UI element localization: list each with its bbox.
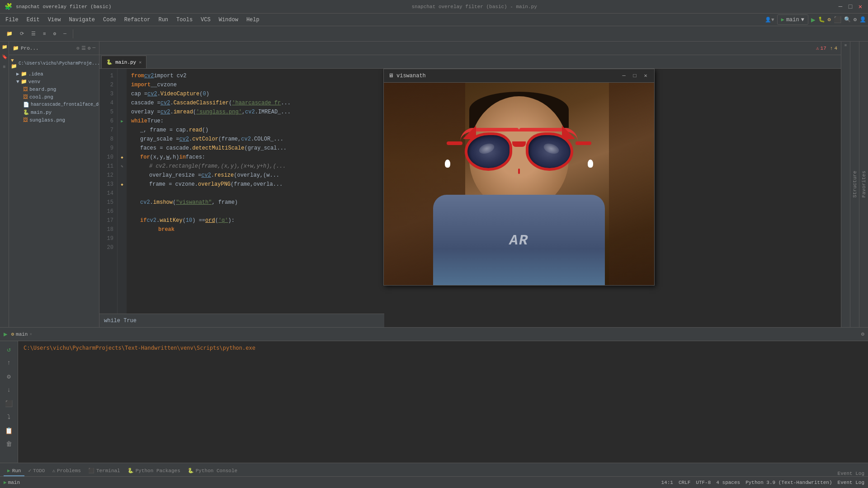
run-left-rerun-button[interactable]: ↺ xyxy=(4,344,14,355)
run-left-copy-button[interactable]: 📋 xyxy=(4,425,14,436)
run-left-up-button[interactable]: ↑ xyxy=(4,357,14,368)
tree-item-cool[interactable]: 🖼 cool.png xyxy=(9,93,99,101)
tree-item-main[interactable]: 🐍 main.py xyxy=(9,108,99,116)
cv2-window[interactable]: 🖥 viswanath ─ □ ✕ xyxy=(383,69,655,286)
tree-item-idea[interactable]: ▶ 📁 .idea xyxy=(9,70,99,78)
python-version[interactable]: Python 3.9 (Text-Handwritten) xyxy=(745,480,832,485)
run-left-stop-button[interactable]: ⬛ xyxy=(4,398,14,409)
menu-edit[interactable]: Edit xyxy=(23,15,43,25)
menu-code[interactable]: Code xyxy=(99,15,120,25)
structure-icon[interactable]: ≡ xyxy=(1,63,8,70)
python-console-label: Python Console xyxy=(196,468,237,474)
indent-settings[interactable]: 4 spaces xyxy=(716,480,740,485)
run-left-clear-button[interactable]: 🗑 xyxy=(4,439,14,450)
menu-help[interactable]: Help xyxy=(243,15,263,25)
close-panel-button[interactable]: ─ xyxy=(61,30,69,38)
run-button-toolbar[interactable]: ▶ xyxy=(811,15,816,24)
favorites-label: Favorites xyxy=(861,171,867,197)
close-button[interactable]: ✕ xyxy=(857,4,863,10)
run-left-wrap-button[interactable]: ⤵ xyxy=(4,412,14,422)
close-project-panel-icon[interactable]: ─ xyxy=(92,45,95,51)
tree-item-beard[interactable]: 🖼 beard.png xyxy=(9,85,99,93)
cv2-maximize-button[interactable]: □ xyxy=(631,72,639,80)
run-left-down-button[interactable]: ↓ xyxy=(4,385,14,395)
glasses-bridge xyxy=(512,141,526,147)
event-log-text: Event Log xyxy=(838,480,864,485)
cv2-minimize-button[interactable]: ─ xyxy=(620,72,628,80)
tab-python-console[interactable]: 🐍 Python Console xyxy=(184,466,241,476)
profile-button-toolbar[interactable]: 👤 xyxy=(859,16,866,23)
line-ending[interactable]: CRLF xyxy=(679,480,690,485)
root-folder-label: C:\Users\vichu\PycharmProje... xyxy=(19,61,99,66)
menu-view[interactable]: View xyxy=(44,15,65,25)
run-config-tab[interactable]: ⚙ main ✕ xyxy=(11,331,32,337)
run-tab-close[interactable]: ✕ xyxy=(29,332,32,337)
root-folder-icon: ▼📁 xyxy=(11,58,17,69)
status-bar: ▶ main 14:1 CRLF UTF-8 4 spaces Python 3… xyxy=(0,476,868,488)
run-panel-settings-icon[interactable]: ⚙ xyxy=(861,331,864,338)
event-log-button[interactable]: Event Log xyxy=(838,471,864,476)
tree-view-toggle-icon[interactable]: ☰ xyxy=(81,45,86,51)
tree-item-haarcascade[interactable]: 📄 haarcascade_frontalface_de... xyxy=(9,101,99,108)
bookmark-icon[interactable]: 🔖 xyxy=(1,53,8,61)
menu-run[interactable]: Run xyxy=(155,15,172,25)
menu-file[interactable]: File xyxy=(2,15,22,25)
menu-tools[interactable]: Tools xyxy=(173,15,196,25)
tree-root[interactable]: ▼📁 C:\Users\vichu\PycharmProje... xyxy=(9,57,99,70)
editor-tab-main[interactable]: 🐍 main.py ✕ xyxy=(101,56,146,68)
stop-button-toolbar[interactable]: ⬛ xyxy=(834,16,841,23)
error-count[interactable]: ⚠ 17 xyxy=(816,45,826,51)
menu-navigate[interactable]: Navigate xyxy=(65,15,99,25)
tree-item-sunglass[interactable]: 🖼 sunglass.png xyxy=(9,116,99,124)
run-status-button[interactable]: ▶ main xyxy=(4,479,20,485)
menu-vcs[interactable]: VCS xyxy=(197,15,214,25)
project-view-icon[interactable]: 📁 xyxy=(1,43,8,51)
collapse-all-button[interactable]: ☰ xyxy=(28,30,38,38)
cv2-close-button[interactable]: ✕ xyxy=(642,72,650,80)
gutter-icons: ▶ ◆ ✎ ◆ xyxy=(118,69,127,327)
indent-text: 4 spaces xyxy=(716,480,740,485)
menu-refactor[interactable]: Refactor xyxy=(121,15,154,25)
tab-run[interactable]: ▶ Run xyxy=(4,466,24,476)
run-status-icon: ▶ xyxy=(4,479,7,485)
run-left-settings-button[interactable]: ⚙ xyxy=(4,371,14,382)
warning-count[interactable]: ↑ 4 xyxy=(830,46,837,51)
settings-button-toolbar[interactable]: ⚙ xyxy=(854,16,857,23)
tab-problems[interactable]: ⚠ Problems xyxy=(48,466,84,476)
main-file-icon: 🐍 xyxy=(23,109,29,115)
shirt-text: AR xyxy=(509,232,528,249)
tree-item-venv[interactable]: ▼ 📁 venv xyxy=(9,78,99,85)
cursor-position[interactable]: 14:1 xyxy=(661,480,673,485)
toolbar-separator xyxy=(73,29,73,38)
encoding[interactable]: UTF-8 xyxy=(696,480,711,485)
menu-bar: File Edit View Navigate Code Refactor Ru… xyxy=(0,14,868,26)
tab-terminal[interactable]: ⬛ Terminal xyxy=(85,466,124,476)
terminal-output[interactable]: C:\Users\vichu\PycharmProjects\Text-Hand… xyxy=(18,341,868,463)
tab-close-icon[interactable]: ✕ xyxy=(139,60,142,65)
build-button-toolbar[interactable]: ⚙ xyxy=(828,16,831,23)
problems-icon: ⚠ xyxy=(52,468,55,474)
minimize-button[interactable]: ─ xyxy=(837,4,844,10)
maximize-button[interactable]: □ xyxy=(847,4,854,10)
tree-settings-icon[interactable]: ⚙ xyxy=(88,45,91,51)
sync-button[interactable]: ⟳ xyxy=(17,30,27,38)
bottom-tab-bar: ▶ Run ✓ TODO ⚠ Problems ⬛ Terminal 🐍 Pyt… xyxy=(0,463,868,476)
tree-settings-button[interactable]: ⚙ xyxy=(51,30,59,38)
search-button-toolbar[interactable]: 🔍 xyxy=(844,16,851,23)
tab-todo[interactable]: ✓ TODO xyxy=(24,466,48,476)
python-packages-icon: 🐍 xyxy=(127,468,134,474)
event-log[interactable]: Event Log xyxy=(838,480,864,485)
expand-all-button[interactable]: ≡ xyxy=(40,30,49,38)
run-tab-label: Run xyxy=(12,468,21,474)
locate-in-tree-icon[interactable]: ⊙ xyxy=(76,45,80,51)
tab-python-packages[interactable]: 🐍 Python Packages xyxy=(124,466,184,476)
run-config-selector[interactable]: ▶ main ▼ xyxy=(777,14,808,25)
menu-window[interactable]: Window xyxy=(215,15,242,25)
idea-folder-icon: 📁 xyxy=(21,71,27,77)
cv2-image: AR xyxy=(384,83,654,285)
beard-file-icon: 🖼 xyxy=(23,86,28,92)
debug-button-toolbar[interactable]: 🐛 xyxy=(818,16,825,23)
haarcascade-file-icon: 📄 xyxy=(23,102,29,108)
encoding-text: UTF-8 xyxy=(696,480,711,485)
profile-icon[interactable]: 👤▼ xyxy=(765,17,774,23)
